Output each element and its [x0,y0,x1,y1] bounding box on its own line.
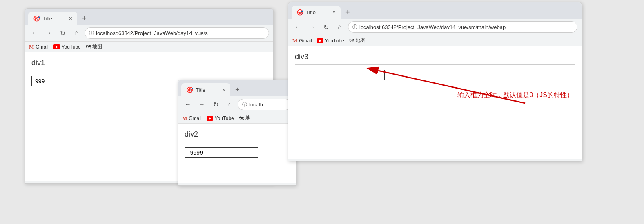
maps-icon-3: 🗺 [349,38,354,44]
tab-3[interactable]: 🎯 Title × [292,6,341,19]
div-label-2: div2 [185,130,289,139]
tab-favicon-1: 🎯 [33,15,40,22]
back-btn-3[interactable]: ← [292,21,304,33]
youtube-icon-1 [53,44,60,49]
content-2: div2 [178,124,296,183]
new-tab-btn-3[interactable]: + [342,9,353,16]
address-bar-2[interactable]: ⓘ localh [238,99,292,110]
tab-bar-3: 🎯 Title × + [288,2,582,19]
bookmark-youtube-2[interactable]: YouTube [207,115,234,121]
gmail-icon-2: M [182,115,187,122]
toolbar-1: ← → ↻ ⌂ ⓘ localhost:63342/Project_JavaWe… [25,25,273,42]
back-btn-1[interactable]: ← [29,27,40,39]
tab-title-1: Title [42,16,52,22]
maps-label-2: 地 [245,115,250,122]
separator-3 [295,64,575,65]
gmail-label-2: Gmail [189,115,201,121]
div-label-1: div1 [31,59,267,67]
separator-1 [31,71,267,71]
tab-close-2[interactable]: × [222,86,225,93]
bookmark-gmail-3[interactable]: M Gmail [292,38,312,44]
browser-window-2: 🎯 Title × + ← → ↻ ⌂ ⓘ localh M Gmail You… [178,80,296,186]
address-text-1: localhost:63342/Project_JavaWeb/day14_vu… [96,30,208,36]
gmail-label-3: Gmail [299,38,312,44]
tab-favicon-3: 🎯 [296,9,303,16]
tab-2[interactable]: 🎯 Title × [181,83,230,96]
bookmark-maps-3[interactable]: 🗺 地图 [349,37,365,44]
maps-icon-2: 🗺 [239,115,244,121]
gmail-icon-3: M [292,38,297,44]
div-label-3: div3 [295,53,575,61]
bookmark-youtube-3[interactable]: YouTube [317,38,344,44]
bookmark-gmail-2[interactable]: M Gmail [182,115,202,122]
toolbar-2: ← → ↻ ⌂ ⓘ localh [178,96,296,113]
gmail-icon-1: M [29,44,34,50]
refresh-btn-1[interactable]: ↻ [57,27,68,39]
new-tab-btn-1[interactable]: + [79,15,90,22]
address-text-3: localhost:63342/Project_JavaWeb/day14_vu… [359,24,506,30]
bookmark-maps-1[interactable]: 🗺 地图 [86,43,102,50]
maps-label-3: 地图 [356,37,365,44]
bookmark-gmail-1[interactable]: M Gmail [29,44,49,50]
forward-btn-1[interactable]: → [43,27,54,39]
address-bar-3[interactable]: ⓘ localhost:63342/Project_JavaWeb/day14_… [348,21,577,33]
new-tab-btn-2[interactable]: + [232,86,243,93]
home-btn-1[interactable]: ⌂ [71,27,82,39]
annotation-container: 输入框为空时，默认值是0（JS的特性） [457,91,573,100]
toolbar-3: ← → ↻ ⌂ ⓘ localhost:63342/Project_JavaWe… [288,19,582,35]
input-field-3[interactable] [295,70,385,80]
tab-title-2: Title [196,87,205,93]
forward-btn-3[interactable]: → [306,21,318,33]
maps-label-1: 地图 [92,43,102,50]
tab-close-1[interactable]: × [69,15,72,22]
browser-window-3: 🎯 Title × + ← → ↻ ⌂ ⓘ localhost:63342/Pr… [288,2,582,161]
bookmarks-bar-1: M Gmail YouTube 🗺 地图 [25,42,273,52]
bookmark-youtube-1[interactable]: YouTube [53,44,81,50]
youtube-icon-2 [207,116,213,121]
home-btn-3[interactable]: ⌂ [334,21,345,33]
input-field-2[interactable] [185,147,258,158]
tab-bar-1: 🎯 Title × + [25,9,273,25]
tab-title-3: Title [306,9,316,16]
maps-icon-1: 🗺 [86,44,91,50]
separator-2 [185,142,289,142]
refresh-btn-3[interactable]: ↻ [320,21,332,33]
bookmark-maps-2[interactable]: 🗺 地 [239,115,250,122]
address-bar-1[interactable]: ⓘ localhost:63342/Project_JavaWeb/day14_… [85,27,269,39]
content-3: div3 输入框为空时，默认值是0（JS的特性） [288,46,582,159]
annotation-text: 输入框为空时，默认值是0（JS的特性） [457,91,573,98]
lock-icon-3: ⓘ [352,24,357,31]
back-btn-2[interactable]: ← [182,99,194,110]
lock-icon-2: ⓘ [242,101,247,108]
gmail-label-1: Gmail [36,44,48,50]
youtube-label-1: YouTube [62,44,81,50]
youtube-label-3: YouTube [325,38,344,44]
forward-btn-2[interactable]: → [196,99,207,110]
address-text-2: localh [249,102,263,108]
lock-icon-1: ⓘ [89,30,94,37]
bookmarks-bar-2: M Gmail YouTube 🗺 地 [178,113,296,124]
tab-favicon-2: 🎯 [186,86,193,93]
tab-bar-2: 🎯 Title × + [178,80,296,96]
refresh-btn-2[interactable]: ↻ [210,99,221,110]
tab-1[interactable]: 🎯 Title × [28,12,77,25]
home-btn-2[interactable]: ⌂ [224,99,235,110]
youtube-icon-3 [317,38,323,43]
input-field-1[interactable] [31,76,113,86]
tab-close-3[interactable]: × [332,9,336,16]
bookmarks-bar-3: M Gmail YouTube 🗺 地图 [288,35,582,46]
youtube-label-2: YouTube [215,115,234,121]
